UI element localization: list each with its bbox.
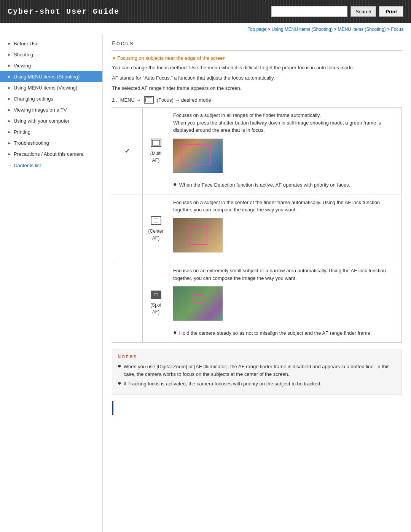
breadcrumb-menu-items[interactable]: MENU items (Shooting) bbox=[338, 27, 386, 32]
page-title: Focus bbox=[112, 40, 402, 51]
sidebar: ► Before Use ► Shooting ► Viewing ► Usin… bbox=[0, 34, 103, 532]
center-af-check-cell bbox=[112, 195, 143, 263]
spot-af-desc: Focuses on an extremely small subject or… bbox=[173, 267, 398, 282]
intro-text-3: The selected AF range finder frame appea… bbox=[112, 85, 402, 93]
center-af-desc: Focuses on a subject in the center of th… bbox=[173, 199, 398, 214]
menu-instruction: 1 . MENU → (Focus) → desired mode bbox=[112, 96, 402, 104]
contents-arrow-icon: → bbox=[8, 163, 12, 168]
breadcrumb-top[interactable]: Top page bbox=[248, 27, 266, 32]
check-icon: ✔ bbox=[125, 148, 130, 154]
center-af-image bbox=[173, 218, 223, 252]
sidebar-item-troubleshooting[interactable]: ► Troubleshooting bbox=[0, 137, 102, 149]
blue-bar-decoration bbox=[112, 401, 113, 415]
sidebar-label: Printing bbox=[14, 129, 30, 135]
arrow-icon: ► bbox=[8, 141, 11, 145]
header-search-area: Search Print bbox=[271, 6, 403, 17]
multi-af-label: (MultiAF) bbox=[147, 150, 165, 164]
arrow-icon: ► bbox=[8, 75, 11, 79]
menu-step-text: 1 . MENU → bbox=[112, 97, 142, 103]
breadcrumb-sep2: > bbox=[334, 27, 338, 32]
header: Cyber-shot User Guide Search Print bbox=[0, 0, 411, 23]
notes-text-1: When you use [Digital Zoom] or [AF Illum… bbox=[124, 363, 396, 378]
multi-af-image bbox=[173, 139, 223, 173]
sidebar-label: Viewing bbox=[14, 63, 31, 69]
spot-af-bullet: ● Hold the camera steady so as not to mi… bbox=[173, 328, 398, 339]
sidebar-label: Precautions / About this camera bbox=[14, 151, 84, 157]
sidebar-label: Using MENU items (Shooting) bbox=[14, 74, 80, 80]
multi-af-icon-cell: ✔ bbox=[112, 108, 143, 195]
bullet-icon: ● bbox=[173, 181, 177, 187]
sidebar-item-using-menu-shooting[interactable]: ► Using MENU items (Shooting) bbox=[0, 71, 102, 82]
arrow-icon: ► bbox=[8, 97, 11, 101]
table-row: (CenterAF) Focuses on a subject in the c… bbox=[112, 195, 402, 263]
table-row: (SpotAF) Focuses on an extremely small s… bbox=[112, 263, 402, 343]
multi-af-desc: Focuses on a subject in all ranges of th… bbox=[173, 112, 398, 134]
arrow-icon: ► bbox=[8, 152, 11, 156]
multi-af-symbol bbox=[151, 139, 161, 147]
breadcrumb-sep3: > bbox=[387, 27, 391, 32]
intro-text-1: You can change the focus method. Use the… bbox=[112, 64, 402, 72]
focus-menu-icon bbox=[144, 96, 154, 104]
spot-af-bullet-text: Hold the camera steady so as not to misa… bbox=[179, 329, 372, 337]
center-af-label: (CenterAF) bbox=[147, 228, 165, 241]
sidebar-label: Before Use bbox=[14, 41, 38, 46]
sidebar-label: Shooting bbox=[14, 52, 33, 58]
sidebar-label: Using with your computer bbox=[14, 118, 70, 124]
sidebar-item-viewing-tv[interactable]: ► Viewing images on a TV bbox=[0, 104, 102, 115]
notes-section: Notes ● When you use [Digital Zoom] or [… bbox=[112, 349, 402, 395]
spot-af-image bbox=[173, 286, 223, 321]
notes-item-2: ● If Tracking focus is activated, the ca… bbox=[118, 380, 396, 388]
search-button[interactable]: Search bbox=[350, 6, 376, 17]
print-button[interactable]: Print bbox=[379, 6, 403, 17]
center-af-icon-cell: (CenterAF) bbox=[143, 195, 169, 263]
multi-af-icon-symbol-cell: (MultiAF) bbox=[143, 108, 169, 195]
breadcrumb-menu-shooting[interactable]: Using MENU items (Shooting) bbox=[272, 27, 333, 32]
spot-af-label: (SpotAF) bbox=[147, 302, 165, 315]
bullet-icon: ● bbox=[173, 329, 177, 335]
multi-af-bullet: ● When the Face Detection function is ac… bbox=[173, 179, 398, 191]
notes-text-2: If Tracking focus is activated, the came… bbox=[124, 380, 322, 388]
arrow-icon: ► bbox=[8, 119, 11, 123]
breadcrumb-focus[interactable]: Focus bbox=[391, 27, 403, 32]
spot-af-symbol bbox=[151, 291, 161, 299]
focus-frame-indicator bbox=[181, 144, 211, 165]
section-link-focus[interactable]: Focusing on subjects near the edge of th… bbox=[112, 55, 402, 61]
breadcrumb: Top page > Using MENU items (Shooting) >… bbox=[0, 23, 411, 34]
main-content: Focus Focusing on subjects near the edge… bbox=[103, 34, 411, 532]
sidebar-item-changing-settings[interactable]: ► Changing settings bbox=[0, 93, 102, 104]
center-af-symbol bbox=[151, 216, 161, 225]
sidebar-item-viewing[interactable]: ► Viewing bbox=[0, 60, 102, 71]
sidebar-label: Using MENU items (Viewing) bbox=[14, 85, 77, 91]
focus-frame-indicator bbox=[192, 294, 203, 303]
arrow-icon: ► bbox=[8, 64, 11, 68]
sidebar-item-printing[interactable]: ► Printing bbox=[0, 126, 102, 137]
main-layout: ► Before Use ► Shooting ► Viewing ► Usin… bbox=[0, 34, 411, 532]
breadcrumb-sep1: > bbox=[268, 27, 271, 32]
sidebar-item-shooting[interactable]: ► Shooting bbox=[0, 49, 102, 60]
bullet-icon: ● bbox=[118, 363, 121, 378]
notes-title: Notes bbox=[118, 354, 396, 360]
arrow-icon: ► bbox=[8, 42, 11, 46]
bullet-icon: ● bbox=[118, 380, 121, 388]
multi-af-bullet-text: When the Face Detection function is acti… bbox=[179, 181, 350, 189]
arrow-icon: ► bbox=[8, 53, 11, 57]
sidebar-item-before-use[interactable]: ► Before Use bbox=[0, 38, 102, 49]
sidebar-item-using-computer[interactable]: ► Using with your computer bbox=[0, 115, 102, 126]
sidebar-item-precautions[interactable]: ► Precautions / About this camera bbox=[0, 149, 102, 160]
multi-af-description-cell: Focuses on a subject in all ranges of th… bbox=[169, 108, 402, 195]
intro-text-2: AF stands for "Auto Focus," a function t… bbox=[112, 74, 402, 82]
sidebar-label: Changing settings bbox=[14, 96, 53, 102]
app-title: Cyber-shot User Guide bbox=[8, 7, 119, 16]
sidebar-item-using-menu-viewing[interactable]: ► Using MENU items (Viewing) bbox=[0, 82, 102, 93]
arrow-icon: ► bbox=[8, 108, 11, 112]
search-input[interactable] bbox=[271, 6, 347, 17]
contents-list-link[interactable]: → Contents list bbox=[0, 160, 102, 170]
focus-frame-indicator bbox=[188, 226, 207, 245]
contents-link-label[interactable]: Contents list bbox=[14, 163, 41, 168]
center-af-description-cell: Focuses on a subject in the center of th… bbox=[169, 195, 402, 263]
menu-step-text2: (Focus) → desired mode bbox=[155, 97, 211, 103]
sidebar-label: Troubleshooting bbox=[14, 140, 49, 146]
arrow-icon: ► bbox=[8, 86, 11, 90]
spot-af-icon-cell: (SpotAF) bbox=[143, 263, 169, 343]
spot-af-description-cell: Focuses on an extremely small subject or… bbox=[169, 263, 402, 343]
